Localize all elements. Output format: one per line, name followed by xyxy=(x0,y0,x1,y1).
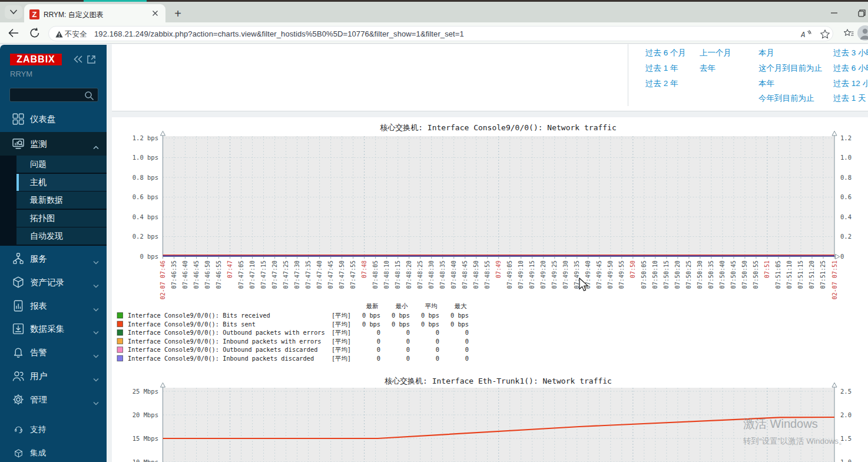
svg-text:最新: 最新 xyxy=(366,302,379,309)
reports-icon xyxy=(12,300,24,312)
new-tab-button[interactable]: + xyxy=(171,7,185,21)
svg-text:07:50:55: 07:50:55 xyxy=(753,260,759,289)
svg-text:0 bps: 0 bps xyxy=(450,321,469,328)
time-range-link[interactable]: 这个月到目前为止 xyxy=(758,63,822,74)
submenu-item-1[interactable]: 主机 xyxy=(16,174,107,191)
browser-tab[interactable]: Z RRYM: 自定义图表 xyxy=(24,4,165,24)
chevron-down-icon xyxy=(9,9,18,15)
svg-text:0: 0 xyxy=(465,346,469,353)
sidebar-item-monitoring[interactable]: 监测 xyxy=(0,132,107,156)
sidebar-search-input[interactable] xyxy=(9,88,98,102)
svg-text:07:47:55: 07:47:55 xyxy=(350,260,356,289)
time-range-link[interactable]: 去年 xyxy=(700,63,715,74)
address-bar[interactable]: 不安全 192.168.21.249/zabbix.php?action=cha… xyxy=(48,26,833,41)
svg-text:Interface Console9/0/0(): Outb: Interface Console9/0/0(): Outbound packe… xyxy=(128,329,325,336)
sidebar-item-data-collection[interactable]: 数据采集 xyxy=(0,317,107,341)
svg-text:07:48:20: 07:48:20 xyxy=(406,260,412,289)
time-range-link[interactable]: 过去 1 年 xyxy=(645,63,678,74)
svg-text:25 Mbps: 25 Mbps xyxy=(132,388,158,395)
svg-text:[平均]: [平均] xyxy=(332,346,351,353)
chart-network-traffic-console[interactable]: 核心交换机: Interface Console9/0/0(): Network… xyxy=(112,117,868,368)
chevron-up-icon xyxy=(93,146,99,150)
svg-text:07:50:20: 07:50:20 xyxy=(674,260,681,289)
sidebar-item-inventory[interactable]: 资产记录 xyxy=(0,270,107,294)
svg-text:15 Mbps: 15 Mbps xyxy=(132,435,158,442)
svg-text:07:48:15: 07:48:15 xyxy=(395,260,401,289)
submenu-item-label: 拓扑图 xyxy=(30,213,55,224)
svg-text:10 Mbps: 10 Mbps xyxy=(132,458,158,462)
svg-text:07:51:05: 07:51:05 xyxy=(775,260,781,289)
sidebar-item-admin[interactable]: 管理 xyxy=(0,388,107,411)
submenu-item-4[interactable]: 自动发现 xyxy=(16,227,107,245)
sidebar-item-alerts[interactable]: 告警 xyxy=(0,341,107,364)
sidebar-item-users[interactable]: 用户 xyxy=(0,364,107,388)
svg-text:0 bps: 0 bps xyxy=(421,321,439,328)
url-text[interactable]: 192.168.21.249/zabbix.php?action=charts.… xyxy=(94,29,795,38)
time-range-link[interactable]: 今年到目前为止 xyxy=(758,93,814,104)
time-range-link[interactable]: 过去 6 小时 xyxy=(833,63,868,74)
svg-text:07:47:15: 07:47:15 xyxy=(260,260,267,289)
chevron-down-icon xyxy=(93,401,99,405)
sidebar-expand-icon[interactable] xyxy=(87,55,95,64)
tab-close-icon[interactable] xyxy=(149,8,161,20)
back-icon[interactable] xyxy=(8,28,19,38)
time-range-link[interactable]: 过去 3 小时 xyxy=(833,48,868,58)
sidebar-item-services[interactable]: 服务 xyxy=(0,247,107,270)
submenu-item-2[interactable]: 最新数据 xyxy=(16,192,107,209)
sidebar-item-support[interactable]: 支持 xyxy=(0,420,107,440)
svg-text:07:51: 07:51 xyxy=(764,260,770,278)
submenu-item-3[interactable]: 拓扑图 xyxy=(16,210,107,227)
svg-text:07:47:20: 07:47:20 xyxy=(271,260,278,289)
time-range-link[interactable]: 上一个月 xyxy=(700,48,731,58)
sidebar-item-reports[interactable]: 报表 xyxy=(0,294,107,318)
users-icon xyxy=(12,370,24,382)
svg-text:07:47:25: 07:47:25 xyxy=(283,260,289,289)
window-minimize-button[interactable] xyxy=(821,4,848,22)
svg-text:07:46:45: 07:46:45 xyxy=(193,260,200,289)
sidebar-submenu-monitoring: 问题主机最新数据拓扑图自动发现 xyxy=(0,156,107,246)
favorite-star-icon[interactable] xyxy=(820,29,830,39)
svg-text:0 bps: 0 bps xyxy=(392,312,410,319)
sidebar-footer-label: 支持 xyxy=(30,424,46,435)
svg-text:20 Mbps: 20 Mbps xyxy=(132,411,158,418)
time-range-link[interactable]: 过去 2 年 xyxy=(645,78,678,89)
svg-text:0: 0 xyxy=(840,253,844,260)
sidebar-item-dashboard[interactable]: 仪表盘 xyxy=(0,107,107,131)
tab-search-button[interactable] xyxy=(5,5,22,19)
svg-text:0.6 bps: 0.6 bps xyxy=(132,193,158,200)
refresh-icon[interactable] xyxy=(29,28,40,38)
svg-text:07:48:40: 07:48:40 xyxy=(450,260,457,289)
time-range-link[interactable]: 过去 1 天 xyxy=(833,93,866,104)
window-restore-button[interactable] xyxy=(848,4,868,22)
svg-text:0 bps: 0 bps xyxy=(392,321,410,328)
sidebar-item-label: 管理 xyxy=(30,394,47,405)
svg-text:07:50:40: 07:50:40 xyxy=(719,260,725,289)
read-aloud-icon[interactable]: A xyxy=(801,29,811,39)
browser-tab-strip: Z RRYM: 自定义图表 + xyxy=(0,2,868,22)
sidebar-collapse-icon[interactable] xyxy=(73,55,83,64)
submenu-item-0[interactable]: 问题 xyxy=(16,156,107,173)
favorites-bar-icon[interactable] xyxy=(844,29,854,38)
not-secure-label[interactable]: 不安全 xyxy=(65,29,87,39)
zabbix-logo[interactable]: ZABBIX xyxy=(10,54,62,65)
svg-text:Interface Console9/0/0(): Inbo: Interface Console9/0/0(): Inbound packet… xyxy=(128,355,314,362)
dashboard-icon xyxy=(12,113,24,125)
svg-text:0.2: 0.2 xyxy=(840,233,852,240)
time-range-link[interactable]: 本年 xyxy=(758,78,774,89)
svg-text:核心交换机: Interface Console9/0/0(: 核心交换机: Interface Console9/0/0(): Network… xyxy=(380,123,617,132)
svg-text:0: 0 xyxy=(436,346,439,353)
browser-toolbar: 不安全 192.168.21.249/zabbix.php?action=cha… xyxy=(0,22,868,44)
sidebar-item-label: 报表 xyxy=(30,301,47,312)
svg-text:07:49:45: 07:49:45 xyxy=(596,260,602,289)
mouse-cursor xyxy=(579,278,590,293)
watermark-line2: 转到“设置”以激活 Windows。 xyxy=(743,436,847,447)
profile-avatar[interactable] xyxy=(857,25,868,41)
chevron-down-icon xyxy=(93,260,99,265)
sidebar-item-integrations[interactable]: 集成 xyxy=(0,443,107,462)
svg-text:07:49:10: 07:49:10 xyxy=(518,260,524,289)
time-range-link[interactable]: 本月 xyxy=(758,48,774,58)
time-range-link[interactable]: 过去 12 小时 xyxy=(833,78,868,89)
time-range-link[interactable]: 过去 6 个月 xyxy=(645,48,686,58)
svg-text:0: 0 xyxy=(377,346,380,353)
windows-activation-watermark: 激活 Windows 转到“设置”以激活 Windows。 xyxy=(743,416,847,447)
